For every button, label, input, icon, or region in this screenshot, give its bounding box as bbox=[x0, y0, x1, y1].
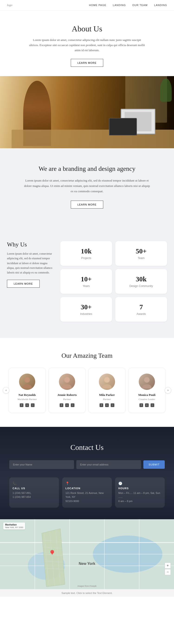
about-section: About Us Lorem ipsum dolor sit amet, con… bbox=[0, 10, 174, 76]
info-phone-title: CALL US bbox=[12, 487, 56, 490]
hero-image bbox=[0, 76, 174, 148]
svg-point-4 bbox=[104, 377, 110, 383]
facebook-icon-monica[interactable]: f bbox=[139, 403, 143, 407]
hours-icon: 🕐 bbox=[118, 482, 162, 486]
stat-design-community: 30k Design Community bbox=[115, 269, 167, 294]
twitter-icon-nat[interactable]: t bbox=[25, 403, 29, 407]
facebook-icon-nat[interactable]: f bbox=[20, 403, 23, 407]
stat-industries: 30+ Industries bbox=[60, 297, 112, 322]
member-nat-social: f t i bbox=[13, 403, 41, 407]
why-us-description: Lorem ipsum dolor sit amet, consectetur … bbox=[7, 251, 53, 275]
phone-icon: 📞 bbox=[12, 482, 56, 486]
stat-team-label: Team bbox=[120, 256, 162, 260]
nav-our-team[interactable]: OUR TEAM bbox=[132, 4, 148, 6]
contact-name-input[interactable] bbox=[9, 460, 74, 469]
map-zoom-out-button[interactable]: − bbox=[165, 569, 171, 575]
branding-description: Lorem ipsum dolor sit amet, consectetur … bbox=[23, 178, 151, 194]
nav-landing1[interactable]: LANDING bbox=[113, 4, 126, 6]
svg-point-2 bbox=[64, 377, 70, 383]
stat-awards-label: Awards bbox=[120, 312, 162, 316]
twitter-icon-monica[interactable]: t bbox=[145, 403, 149, 407]
team-card-mila: Mila Parker Partner f t i bbox=[88, 368, 125, 413]
nav-links: HOME PAGE LANDING OUR TEAM LANDING bbox=[89, 4, 167, 6]
stat-years-num: 10+ bbox=[65, 275, 107, 283]
facebook-icon-jennie[interactable]: f bbox=[60, 403, 63, 407]
stat-projects-label: Projects bbox=[65, 256, 107, 260]
info-hours-title: HOURS bbox=[118, 487, 162, 490]
map-roads bbox=[0, 519, 174, 589]
instagram-icon-jennie[interactable]: i bbox=[71, 403, 75, 407]
map-attribution: images from Freepik bbox=[78, 585, 96, 587]
instagram-icon-nat[interactable]: i bbox=[31, 403, 35, 407]
member-monica-role: Creative Leader bbox=[133, 398, 161, 400]
svg-point-3 bbox=[62, 384, 72, 389]
svg-point-6 bbox=[144, 377, 150, 383]
info-card-hours: 🕐 HOURS Mon – Fri..... 11 am – 8 pm, Sat… bbox=[115, 477, 165, 508]
why-us-title: Why Us bbox=[7, 241, 53, 248]
member-jennie-role: Partner bbox=[53, 398, 81, 400]
team-cards: Nat Reynolds Worldwide Partner f t i Jen… bbox=[5, 368, 169, 413]
map-city-label: New York bbox=[79, 562, 95, 566]
contact-form: SUBMIT bbox=[9, 460, 165, 469]
sample-text-bar: Sample text. Click to select the Text El… bbox=[0, 589, 174, 597]
instagram-icon-mila[interactable]: i bbox=[111, 403, 114, 407]
member-mila-social: f t i bbox=[93, 403, 121, 407]
info-phone-text: 1 (234) 567-891, 1 (234) 987-654 bbox=[12, 491, 56, 499]
nav-landing2[interactable]: LANDING bbox=[154, 4, 167, 6]
stat-years-label: Years bbox=[65, 284, 107, 288]
stat-ind-num: 30+ bbox=[65, 303, 107, 311]
about-description: Lorem ipsum dolor sit amet, consectetur … bbox=[28, 38, 146, 53]
sample-text: Sample text. Click to select the Text El… bbox=[62, 592, 112, 594]
map-zoom-controls: + − bbox=[165, 562, 171, 575]
location-icon: 📍 bbox=[65, 482, 109, 486]
contact-section: Contact Us SUBMIT 📞 CALL US 1 (234) 567-… bbox=[0, 427, 174, 519]
contact-title: Contact Us bbox=[9, 443, 165, 452]
info-card-location: 📍 LOCATION 121 Rock Street, 21 Avenue, N… bbox=[62, 477, 112, 508]
twitter-icon-mila[interactable]: t bbox=[105, 403, 109, 407]
info-hours-text: Mon – Fri..... 11 am – 8 pm, Sat, Sun ..… bbox=[118, 491, 162, 504]
branding-title: We are a branding and design agency bbox=[23, 164, 151, 173]
about-title: About Us bbox=[28, 24, 146, 33]
why-us-section: Why Us Lorem ipsum dolor sit amet, conse… bbox=[0, 225, 174, 338]
svg-point-0 bbox=[24, 377, 30, 383]
instagram-icon-monica[interactable]: i bbox=[151, 403, 154, 407]
twitter-icon-jennie[interactable]: t bbox=[65, 403, 69, 407]
svg-point-5 bbox=[102, 384, 112, 389]
svg-point-7 bbox=[142, 384, 152, 389]
stats-grid: 10k Projects 50+ Team 10+ Years 30k Desi… bbox=[60, 241, 167, 322]
info-card-phone: 📞 CALL US 1 (234) 567-891, 1 (234) 987-6… bbox=[9, 477, 59, 508]
team-section: Our Amazing Team ‹ Nat Reynolds Worldwid… bbox=[0, 338, 174, 427]
contact-submit-button[interactable]: SUBMIT bbox=[143, 460, 165, 469]
about-learn-more-button[interactable]: LEARN MORE bbox=[71, 59, 103, 67]
branding-section: We are a branding and design agency Lore… bbox=[0, 148, 174, 225]
contact-email-input[interactable] bbox=[76, 460, 141, 469]
nav-home[interactable]: HOME PAGE bbox=[89, 4, 106, 6]
member-jennie-social: f t i bbox=[53, 403, 81, 407]
why-us-learn-more-button[interactable]: LEARN MORE bbox=[7, 280, 40, 288]
team-next-button[interactable]: › bbox=[165, 387, 171, 394]
avatar-mila bbox=[99, 374, 115, 390]
avatar-jennie bbox=[59, 374, 75, 390]
team-carousel: ‹ Nat Reynolds Worldwide Partner f t i bbox=[5, 368, 169, 413]
member-nat-role: Worldwide Partner bbox=[13, 398, 41, 400]
contact-info-row: 📞 CALL US 1 (234) 567-891, 1 (234) 987-6… bbox=[9, 477, 165, 508]
team-card-nat: Nat Reynolds Worldwide Partner f t i bbox=[8, 368, 46, 413]
stat-team: 50+ Team bbox=[115, 241, 167, 266]
branding-learn-more-button[interactable]: LEARN MORE bbox=[71, 200, 103, 208]
stat-projects: 10k Projects bbox=[60, 241, 112, 266]
member-mila-role: Partner bbox=[93, 398, 121, 400]
map-zoom-in-button[interactable]: + bbox=[165, 562, 171, 568]
map-manhattan-label: Manhattan New York, NY 1030 bbox=[3, 522, 25, 530]
avatar-monica bbox=[139, 374, 155, 390]
stat-years: 10+ Years bbox=[60, 269, 112, 294]
team-prev-button[interactable]: ‹ bbox=[3, 387, 9, 394]
avatar-nat bbox=[19, 374, 35, 390]
member-monica-name: Monica Pouli bbox=[133, 393, 161, 397]
facebook-icon-mila[interactable]: f bbox=[99, 403, 103, 407]
stat-dc-num: 30k bbox=[120, 275, 162, 283]
team-card-monica: Monica Pouli Creative Leader f t i bbox=[128, 368, 166, 413]
stat-projects-num: 10k bbox=[65, 247, 107, 255]
svg-point-1 bbox=[22, 384, 32, 389]
logo: logo bbox=[7, 3, 12, 7]
stat-awards: 7 Awards bbox=[115, 297, 167, 322]
